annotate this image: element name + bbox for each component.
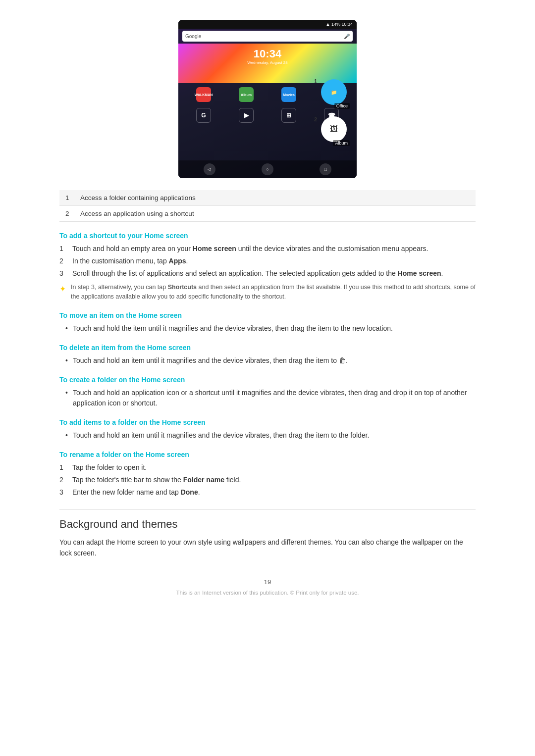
nav-home-icon: ○ bbox=[262, 163, 273, 175]
delete-item-text: Touch and hold an item until it magnifie… bbox=[73, 355, 348, 366]
rename-folder-heading: To rename a folder on the Home screen bbox=[59, 451, 476, 458]
clock-area: 10:34 Wednesday, August 28 bbox=[247, 48, 288, 65]
tip-icon: ✦ bbox=[59, 283, 66, 302]
list-item: 3 Scroll through the list of application… bbox=[59, 268, 476, 279]
tip-box: ✦ In step 3, alternatively, you can tap … bbox=[59, 283, 476, 302]
tip-text: In step 3, alternatively, you can tap Sh… bbox=[71, 283, 476, 302]
list-item: Touch and hold an item until it magnifie… bbox=[59, 355, 476, 366]
move-item-text: Touch and hold the item until it magnifi… bbox=[73, 323, 393, 334]
main-content: 1 Access a folder containing application… bbox=[59, 190, 476, 596]
status-text: ▲ 14% 10:34 bbox=[326, 22, 353, 27]
app-icon-movies: Movies bbox=[281, 87, 296, 102]
list-item: Touch and hold an application icon or a … bbox=[59, 388, 476, 408]
move-item-heading: To move an item on the Home screen bbox=[59, 311, 476, 319]
rename-folder-steps: 1 Tap the folder to open it. 2 Tap the f… bbox=[59, 462, 476, 498]
office-label: Office bbox=[334, 103, 350, 109]
app-icon-play: ▶ bbox=[239, 108, 254, 123]
clock-time: 10:34 bbox=[247, 48, 288, 60]
create-folder-text: Touch and hold an application icon or a … bbox=[73, 388, 476, 408]
list-item: 2 In the customisation menu, tap Apps. bbox=[59, 256, 476, 266]
list-item: 1 Tap the folder to open it. bbox=[59, 462, 476, 473]
page: ▲ 14% 10:34 Google 🎤 10:34 Wednesday, Au… bbox=[0, 0, 535, 756]
app-icon-google: G bbox=[196, 108, 211, 123]
move-item-bullets: Touch and hold the item until it magnifi… bbox=[59, 323, 476, 334]
table: 1 Access a folder containing application… bbox=[59, 190, 476, 222]
google-label: Google bbox=[185, 34, 201, 39]
office-icon: 📁 bbox=[331, 90, 337, 95]
app-icon-grid: ⊞ bbox=[281, 108, 296, 123]
background-text: You can adapt the Home screen to your ow… bbox=[59, 537, 476, 559]
section-divider bbox=[59, 509, 476, 510]
add-shortcut-heading: To add a shortcut to your Home screen bbox=[59, 232, 476, 240]
table-text-2: Access an application using a shortcut bbox=[80, 210, 194, 217]
list-item: 1 Touch and hold an empty area on your H… bbox=[59, 244, 476, 254]
app-icon-walkman: WALKMAN bbox=[196, 87, 211, 102]
table-num-2: 2 bbox=[65, 210, 80, 217]
list-item: 3 Enter the new folder name and tap Done… bbox=[59, 487, 476, 498]
bottom-nav: ◁ ○ □ bbox=[178, 160, 357, 178]
add-shortcut-steps: 1 Touch and hold an empty area on your H… bbox=[59, 244, 476, 279]
delete-item-heading: To delete an item from the Home screen bbox=[59, 344, 476, 352]
delete-item-bullets: Touch and hold an item until it magnifie… bbox=[59, 355, 476, 366]
add-items-heading: To add items to a folder on the Home scr… bbox=[59, 418, 476, 426]
badge-2: 2 bbox=[314, 116, 317, 122]
table-text-1: Access a folder containing applications bbox=[80, 194, 196, 202]
album-icon: 🖼 bbox=[330, 125, 338, 134]
google-search-bar: Google 🎤 bbox=[182, 31, 353, 42]
list-item: Touch and hold the item until it magnifi… bbox=[59, 323, 476, 334]
album-label: Album bbox=[333, 140, 350, 146]
table-row: 1 Access a folder containing application… bbox=[59, 190, 476, 206]
create-folder-heading: To create a folder on the Home screen bbox=[59, 376, 476, 384]
phone-screenshot: ▲ 14% 10:34 Google 🎤 10:34 Wednesday, Au… bbox=[178, 20, 357, 178]
list-item: 2 Tap the folder's title bar to show the… bbox=[59, 475, 476, 485]
table-num-1: 1 bbox=[65, 194, 80, 202]
status-bar: ▲ 14% 10:34 bbox=[178, 20, 357, 29]
add-items-text: Touch and hold an item until it magnifie… bbox=[73, 430, 369, 441]
mic-icon: 🎤 bbox=[344, 34, 350, 39]
app-icon-album: Album bbox=[239, 87, 254, 102]
office-popup: 📁 bbox=[321, 79, 347, 105]
nav-back-icon: ◁ bbox=[204, 163, 215, 175]
table-row: 2 Access an application using a shortcut bbox=[59, 206, 476, 222]
album-popup: 🖼 bbox=[321, 116, 347, 142]
create-folder-bullets: Touch and hold an application icon or a … bbox=[59, 388, 476, 408]
page-number: 19 bbox=[59, 578, 476, 586]
clock-date: Wednesday, August 28 bbox=[247, 60, 288, 65]
background-heading: Background and themes bbox=[59, 518, 476, 531]
badge-1: 1 bbox=[314, 78, 317, 84]
nav-recents-icon: □ bbox=[320, 163, 331, 175]
wave-background: 10:34 Wednesday, August 28 bbox=[178, 44, 357, 83]
add-items-bullets: Touch and hold an item until it magnifie… bbox=[59, 430, 476, 441]
list-item: Touch and hold an item until it magnifie… bbox=[59, 430, 476, 441]
footer-legal: This is an Internet version of this publ… bbox=[59, 590, 476, 596]
